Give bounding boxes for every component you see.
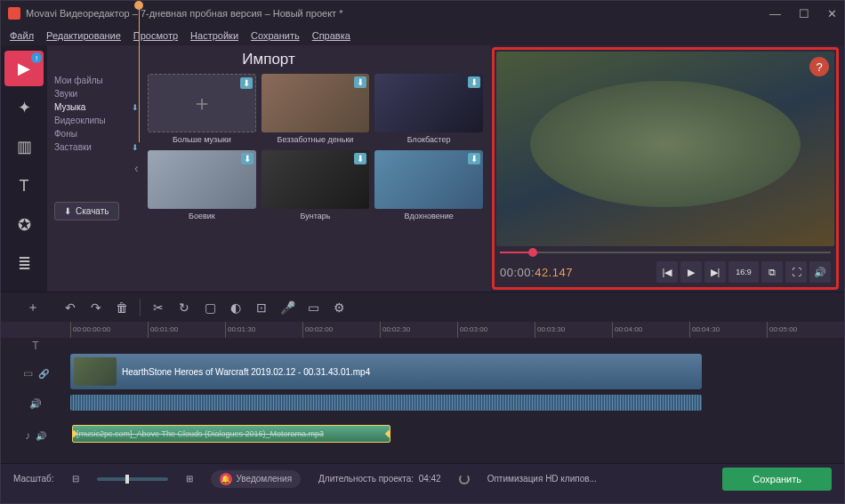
download-icon: ⬇: [240, 77, 253, 89]
cat-intros[interactable]: Заставки⬇: [54, 140, 139, 154]
download-icon: ⬇: [354, 76, 366, 88]
scrub-thumb-icon[interactable]: [528, 248, 537, 257]
collapse-chevron-icon[interactable]: ‹: [134, 161, 139, 175]
timeline: 00:00:00:00 00:01:00 00:01:30 00:02:00 0…: [1, 322, 844, 463]
cat-videoclips[interactable]: Видеоклипы: [54, 114, 139, 127]
duration-label: Длительность проекта: 04:42: [318, 474, 441, 484]
notif-badge-icon: !: [31, 52, 42, 63]
menu-help[interactable]: Справка: [312, 30, 350, 41]
media-rebel[interactable]: ⬇: [262, 150, 370, 209]
wizard-button[interactable]: ⊡: [250, 296, 273, 319]
cat-music[interactable]: Музыка⬇: [54, 100, 139, 114]
menubar: Файл Редактирование Просмотр Настройки С…: [1, 26, 844, 45]
media-more-music[interactable]: ＋⬇: [148, 74, 256, 132]
download-button[interactable]: ⬇ Скачать: [54, 202, 119, 220]
media-blockbuster[interactable]: ⬇: [374, 74, 483, 132]
download-icon: ⬇: [468, 76, 480, 88]
edit-toolbar: ＋ ↶ ↷ 🗑 ✂ ↻ ▢ ◐ ⊡ 🎤 ▭ ⚙: [1, 292, 844, 322]
zoom-label: Масштаб:: [13, 474, 54, 484]
zoom-in-button[interactable]: ⊞: [186, 474, 193, 484]
sidebar-titles[interactable]: T: [4, 168, 44, 204]
sidebar-filters[interactable]: ✦: [4, 90, 44, 125]
play-button[interactable]: ▶: [680, 261, 702, 283]
link-icon[interactable]: 🔗: [38, 369, 49, 379]
timecode: 00:00:42.147: [500, 266, 573, 279]
category-list: Мои файлы Звуки Музыка⬇ Видеоклипы Фоны …: [54, 74, 139, 220]
titlebar: Movavi Видеоредактор – 7-дневная пробная…: [1, 1, 844, 26]
media-carefree[interactable]: ⬇: [262, 74, 370, 132]
crop-button[interactable]: ▢: [198, 296, 221, 319]
sidebar-import[interactable]: ▶!: [4, 51, 44, 86]
cat-sounds[interactable]: Звуки: [54, 87, 139, 100]
loading-icon: [459, 474, 470, 484]
audio-clip[interactable]: [music2pc.com]_Above The Clouds (Dialogu…: [72, 425, 390, 443]
download-icon: ⬇: [132, 103, 139, 112]
clip-props-button[interactable]: ▭: [302, 296, 325, 319]
optimize-label: Оптимизация HD клипов...: [487, 474, 597, 484]
fullscreen-button[interactable]: ⛶: [785, 261, 807, 283]
close-button[interactable]: ✕: [827, 7, 837, 20]
video-track-icon[interactable]: ▭: [23, 367, 33, 380]
menu-settings[interactable]: Настройки: [190, 30, 238, 41]
color-button[interactable]: ◐: [224, 296, 247, 319]
tool-sidebar: ▶! ✦ ▥ T ✪ ≣: [1, 45, 47, 292]
minimize-button[interactable]: —: [769, 7, 781, 20]
audio-linked-icon[interactable]: 🔊: [29, 398, 42, 410]
popout-button[interactable]: ⧉: [761, 261, 783, 283]
menu-edit[interactable]: Редактирование: [46, 30, 121, 41]
download-icon: ⬇: [354, 153, 366, 164]
import-panel: Импорт Мои файлы Звуки Музыка⬇ Видеоклип…: [47, 45, 490, 292]
undo-button[interactable]: ↶: [59, 296, 82, 319]
menu-file[interactable]: Файл: [10, 30, 34, 41]
menu-save[interactable]: Сохранить: [251, 30, 300, 41]
zoom-out-button[interactable]: ⊟: [72, 474, 79, 484]
video-clip[interactable]: HearthStone Heroes of Warcraft 2019.02.1…: [70, 354, 702, 389]
scrub-bar[interactable]: [500, 248, 831, 257]
download-icon: ⬇: [132, 143, 139, 152]
video-preview[interactable]: [496, 52, 834, 246]
music-track-icon[interactable]: ♪: [25, 429, 30, 442]
app-logo-icon: [8, 7, 20, 20]
preview-panel: ? 00:00:42.147 |◀ ▶ ▶| 16:9 ⧉ ⛶ 🔊: [492, 47, 839, 290]
sidebar-stickers[interactable]: ✪: [4, 207, 44, 243]
sidebar-more[interactable]: ≣: [4, 246, 44, 282]
next-button[interactable]: ▶|: [704, 261, 726, 283]
window-title: Movavi Видеоредактор – 7-дневная пробная…: [26, 8, 342, 19]
help-button[interactable]: ?: [809, 57, 829, 76]
title-track-icon[interactable]: T: [32, 340, 38, 352]
app-window: Movavi Видеоредактор – 7-дневная пробная…: [0, 0, 845, 504]
notifications-button[interactable]: 🔔Уведомления: [211, 470, 302, 488]
settings-button[interactable]: ⚙: [327, 296, 350, 319]
media-grid: ＋⬇Больше музыки ⬇Беззаботные деньки ⬇Бло…: [148, 74, 483, 220]
import-title: Импорт: [54, 51, 483, 68]
cat-backgrounds[interactable]: Фоны: [54, 127, 139, 140]
maximize-button[interactable]: ☐: [799, 7, 809, 20]
sidebar-transitions[interactable]: ▥: [4, 129, 44, 164]
menu-view[interactable]: Просмотр: [133, 30, 178, 41]
download-icon: ⬇: [241, 153, 254, 164]
zoom-slider[interactable]: [97, 477, 168, 481]
delete-button[interactable]: 🗑: [110, 296, 133, 319]
rotate-button[interactable]: ↻: [173, 296, 196, 319]
audio-waveform[interactable]: [70, 395, 702, 411]
aspect-button[interactable]: 16:9: [728, 261, 759, 283]
redo-button[interactable]: ↷: [84, 296, 108, 319]
download-icon: ⬇: [468, 153, 480, 164]
time-ruler[interactable]: 00:00:00:00 00:01:00 00:01:30 00:02:00 0…: [1, 322, 844, 338]
statusbar: Масштаб: ⊟ ⊞ 🔔Уведомления Длительность п…: [1, 463, 844, 493]
bell-icon: 🔔: [220, 473, 232, 485]
prev-button[interactable]: |◀: [656, 261, 678, 283]
media-action[interactable]: ⬇: [148, 150, 256, 209]
save-button[interactable]: Сохранить: [722, 468, 832, 491]
record-button[interactable]: 🎤: [276, 296, 299, 319]
add-track-button[interactable]: ＋: [21, 296, 44, 319]
media-inspiration[interactable]: ⬇: [374, 150, 483, 209]
cat-my-files[interactable]: Мои файлы: [54, 74, 139, 87]
volume-button[interactable]: 🔊: [809, 261, 831, 283]
cut-button[interactable]: ✂: [147, 296, 170, 319]
audio-icon[interactable]: 🔊: [36, 431, 46, 441]
